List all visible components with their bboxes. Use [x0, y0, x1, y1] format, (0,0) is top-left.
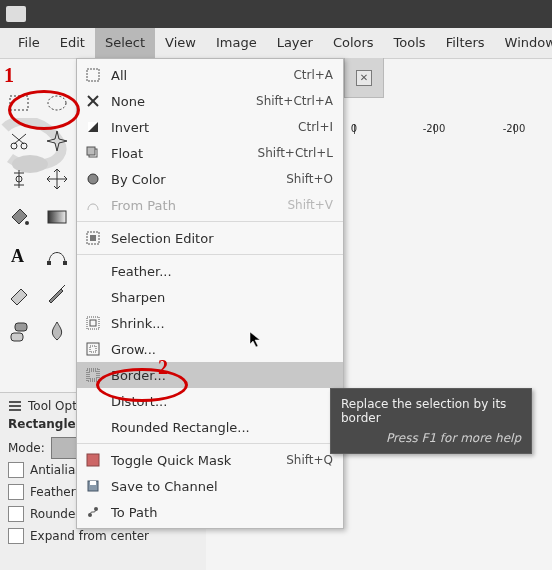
menu-image[interactable]: Image — [206, 28, 267, 58]
check-feather[interactable] — [8, 484, 24, 500]
tool-rect-select[interactable] — [4, 88, 34, 118]
menu-item-toggle-quick-mask[interactable]: Toggle Quick MaskShift+Q — [77, 447, 343, 473]
menu-item-label: Save to Channel — [111, 479, 333, 494]
save-icon — [85, 478, 101, 494]
mouse-cursor-icon — [248, 330, 266, 348]
menu-tools[interactable]: Tools — [384, 28, 436, 58]
menu-item-label: Float — [111, 146, 258, 161]
tool-measure[interactable] — [4, 164, 34, 194]
menu-item-all[interactable]: AllCtrl+A — [77, 62, 343, 88]
check-expand[interactable] — [8, 528, 24, 544]
menu-item-feather[interactable]: Feather... — [77, 258, 343, 284]
menu-item-sharpen[interactable]: Sharpen — [77, 284, 343, 310]
svg-rect-8 — [90, 235, 96, 241]
menu-item-to-path[interactable]: To Path — [77, 499, 343, 525]
tool-gradient[interactable] — [42, 202, 72, 232]
menubar: File Edit Select View Image Layer Colors… — [0, 28, 552, 59]
svg-text:A: A — [11, 246, 24, 266]
menu-item-border[interactable]: Border... — [77, 362, 343, 388]
menu-item-float[interactable]: FloatShift+Ctrl+L — [77, 140, 343, 166]
menu-item-grow[interactable]: Grow... — [77, 336, 343, 362]
menu-item-accel: Shift+O — [286, 172, 333, 186]
svg-line-24 — [12, 134, 24, 144]
svg-point-6 — [88, 174, 98, 184]
menu-filters[interactable]: Filters — [436, 28, 495, 58]
tool-ellipse-select[interactable] — [42, 88, 72, 118]
menu-item-label: Rounded Rectangle... — [111, 420, 333, 435]
tooltip: Replace the selection by its border Pres… — [330, 388, 532, 454]
menu-item-label: Sharpen — [111, 290, 333, 305]
tool-move[interactable] — [42, 164, 72, 194]
menu-item-save-to-channel[interactable]: Save to Channel — [77, 473, 343, 499]
svg-rect-15 — [87, 454, 99, 466]
mode-replace-button[interactable] — [51, 437, 77, 459]
menu-windows[interactable]: Windows — [495, 28, 552, 58]
menu-item-label: From Path — [111, 198, 287, 213]
menu-view[interactable]: View — [155, 28, 206, 58]
grow-icon — [85, 341, 101, 357]
tool-blur[interactable] — [42, 316, 72, 346]
menu-item-distort[interactable]: Distort... — [77, 388, 343, 414]
tool-scissors[interactable] — [4, 126, 34, 156]
menu-edit[interactable]: Edit — [50, 28, 95, 58]
svg-rect-34 — [9, 401, 21, 403]
menu-colors[interactable]: Colors — [323, 28, 384, 58]
menu-item-accel: Shift+Ctrl+L — [258, 146, 333, 160]
blank-icon — [85, 419, 101, 435]
toolbox: A — [4, 88, 72, 346]
menu-layer[interactable]: Layer — [267, 28, 323, 58]
tooltip-text: Replace the selection by its border — [341, 397, 521, 425]
menu-item-label: Shrink... — [111, 316, 333, 331]
x-icon — [85, 93, 101, 109]
bycolor-icon — [85, 171, 101, 187]
tool-paintbrush[interactable] — [42, 278, 72, 308]
menu-item-label: By Color — [111, 172, 286, 187]
menu-item-label: Grow... — [111, 342, 333, 357]
blank-icon — [85, 393, 101, 409]
svg-rect-11 — [90, 346, 96, 352]
tool-path[interactable] — [42, 240, 72, 270]
svg-rect-5 — [87, 147, 95, 155]
app-icon — [6, 6, 26, 22]
panel-menu-icon[interactable] — [8, 399, 22, 413]
menu-select[interactable]: Select — [95, 28, 155, 58]
tooltip-help: Press F1 for more help — [341, 431, 521, 445]
topath-icon — [85, 504, 101, 520]
editor-icon — [85, 230, 101, 246]
svg-rect-1 — [87, 69, 99, 81]
menu-file[interactable]: File — [8, 28, 50, 58]
menu-separator — [77, 443, 343, 444]
menu-item-label: Distort... — [111, 394, 333, 409]
menu-item-label: To Path — [111, 505, 333, 520]
menu-item-by-color[interactable]: By ColorShift+O — [77, 166, 343, 192]
tool-fuzzy-select[interactable] — [42, 126, 72, 156]
path-icon — [85, 197, 101, 213]
tool-bucket[interactable] — [4, 202, 34, 232]
menu-item-none[interactable]: NoneShift+Ctrl+A — [77, 88, 343, 114]
menu-item-shrink[interactable]: Shrink... — [77, 310, 343, 336]
annotation-1: 1 — [4, 64, 14, 87]
menu-item-accel: Shift+V — [287, 198, 333, 212]
svg-rect-35 — [9, 405, 21, 407]
tool-eraser[interactable] — [4, 278, 34, 308]
blank-icon — [85, 289, 101, 305]
ruler-label: -200 — [423, 123, 446, 134]
svg-rect-9 — [87, 317, 99, 329]
tool-clone[interactable] — [4, 316, 34, 346]
menu-item-label: None — [111, 94, 256, 109]
menu-item-accel: Ctrl+A — [293, 68, 333, 82]
svg-rect-20 — [10, 96, 28, 110]
svg-rect-12 — [87, 343, 99, 355]
check-antialias[interactable] — [8, 462, 24, 478]
menu-item-rounded-rectangle[interactable]: Rounded Rectangle... — [77, 414, 343, 440]
menu-item-label: Toggle Quick Mask — [111, 453, 286, 468]
tab-close-icon[interactable]: ✕ — [356, 70, 372, 86]
menu-item-selection-editor[interactable]: Selection Editor — [77, 225, 343, 251]
window-titlebar — [0, 0, 552, 28]
svg-rect-14 — [89, 371, 97, 379]
menu-item-accel: Ctrl+I — [298, 120, 333, 134]
tool-text[interactable]: A — [4, 240, 34, 270]
check-rounded[interactable] — [8, 506, 24, 522]
menu-item-invert[interactable]: InvertCtrl+I — [77, 114, 343, 140]
empty-tab: ✕ — [344, 58, 384, 98]
